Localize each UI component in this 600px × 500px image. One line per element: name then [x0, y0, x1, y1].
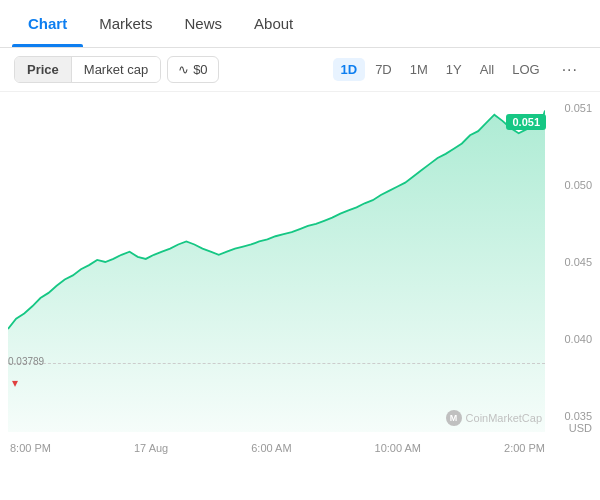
x-label-3: 10:00 AM: [375, 442, 421, 454]
chart-area: 0.051 0.050 0.045 0.040 0.035 0.051 0.03…: [0, 92, 600, 462]
usd-label: USD: [569, 422, 592, 434]
tab-bar: Chart Markets News About: [0, 0, 600, 48]
tab-chart[interactable]: Chart: [12, 1, 83, 46]
open-price-caret-icon: ▾: [12, 376, 18, 390]
watermark-text: CoinMarketCap: [466, 412, 542, 424]
time-1d[interactable]: 1D: [333, 58, 366, 81]
market-cap-button[interactable]: Market cap: [71, 57, 160, 82]
x-label-1: 17 Aug: [134, 442, 168, 454]
y-label-2: 0.045: [548, 256, 592, 268]
toolbar: Price Market cap ∿ $0 1D 7D 1M 1Y All LO…: [0, 48, 600, 92]
time-1m[interactable]: 1M: [402, 58, 436, 81]
x-label-2: 6:00 AM: [251, 442, 291, 454]
chart-type-button[interactable]: ∿ $0: [167, 56, 218, 83]
y-label-0: 0.051: [548, 102, 592, 114]
y-label-3: 0.040: [548, 333, 592, 345]
x-label-4: 2:00 PM: [504, 442, 545, 454]
time-1y[interactable]: 1Y: [438, 58, 470, 81]
y-axis: 0.051 0.050 0.045 0.040 0.035: [548, 92, 592, 432]
cmc-logo-icon: M: [446, 410, 462, 426]
tab-about[interactable]: About: [238, 1, 309, 46]
time-all[interactable]: All: [472, 58, 502, 81]
price-chart: [8, 92, 545, 432]
tab-markets[interactable]: Markets: [83, 1, 168, 46]
y-label-4: 0.035: [548, 410, 592, 422]
time-7d[interactable]: 7D: [367, 58, 400, 81]
coinmarketcap-watermark: M CoinMarketCap: [446, 410, 542, 426]
time-range-group: 1D 7D 1M 1Y All LOG: [333, 58, 548, 81]
more-options-button[interactable]: ···: [554, 57, 586, 83]
line-icon: ∿: [178, 62, 189, 77]
price-display: $0: [193, 62, 207, 77]
tab-news[interactable]: News: [169, 1, 239, 46]
current-price-badge: 0.051: [506, 114, 546, 130]
time-log[interactable]: LOG: [504, 58, 547, 81]
x-axis: 8:00 PM 17 Aug 6:00 AM 10:00 AM 2:00 PM: [10, 434, 545, 462]
open-price-label: 0.03789: [8, 356, 44, 367]
price-button[interactable]: Price: [15, 57, 71, 82]
x-label-0: 8:00 PM: [10, 442, 51, 454]
y-label-1: 0.050: [548, 179, 592, 191]
reference-line: [8, 363, 545, 364]
price-marketcap-toggle: Price Market cap: [14, 56, 161, 83]
